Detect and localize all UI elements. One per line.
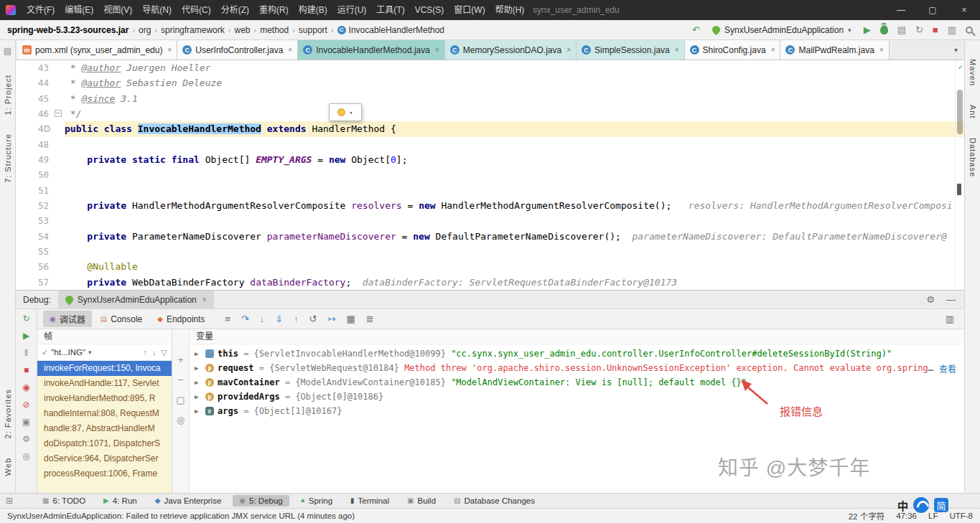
menu-item[interactable]: 工具(T) [371, 0, 409, 20]
variable-row[interactable]: ▶≡args = {Object[1]@10167} [190, 404, 964, 418]
tool-window-button[interactable]: ▤Database Changes [447, 495, 541, 506]
minimize-button[interactable]: — [885, 0, 917, 20]
tool-strip-button[interactable]: Ant [969, 105, 977, 119]
tool-window-button[interactable]: ●Spring [294, 495, 339, 506]
debug-session-tab[interactable]: SynxUserAdminEduApplication × [58, 291, 214, 308]
code-line[interactable]: 50 [16, 167, 964, 182]
line-number[interactable]: 51 [16, 183, 53, 198]
code-line[interactable]: 51 [16, 183, 964, 198]
code-line[interactable]: 48 [16, 137, 964, 152]
profiler-icon[interactable]: ↻ [915, 25, 923, 34]
force-step-into-icon[interactable]: ⇓ [275, 314, 283, 324]
stack-frame[interactable]: processRequest:1006, Frame [37, 466, 172, 481]
close-icon[interactable]: × [167, 46, 172, 54]
rerun-icon[interactable]: ↻ [22, 314, 29, 323]
code-line[interactable]: 44 * @author Sebastien Deleuze [16, 75, 964, 90]
remove-watch-icon[interactable]: − [178, 375, 184, 385]
editor-tab[interactable]: CShiroConfig.java× [685, 40, 781, 60]
editor-tab[interactable]: CMailPwdRealm.java× [780, 40, 889, 60]
tool-windows-layout-icon[interactable]: ▥ [948, 25, 956, 34]
code-line[interactable]: 53 [16, 213, 964, 228]
code-line[interactable]: 47public class InvocableHandlerMethod ex… [16, 121, 964, 136]
menu-item[interactable]: 运行(U) [332, 0, 372, 20]
expand-chevron-icon[interactable]: ▶ [195, 350, 202, 357]
editor-tab[interactable]: CMemorySessionDAO.java× [445, 40, 577, 60]
line-number[interactable]: 53 [16, 213, 53, 228]
breadcrumb-root[interactable]: spring-web-5.3.23-sources.jar [7, 25, 129, 35]
evaluate-expression-icon[interactable]: ▦ [347, 314, 355, 324]
tool-strip-button[interactable]: 1: Project [4, 75, 12, 115]
code-line[interactable]: 54 private ParameterNameDiscoverer param… [16, 229, 964, 244]
stop-icon[interactable]: ■ [933, 25, 938, 34]
previous-frame-icon[interactable]: ↑ [144, 348, 148, 357]
search-everywhere-icon[interactable] [966, 27, 973, 34]
view-breakpoints-icon[interactable]: ◉ [22, 383, 29, 392]
tool-strip-button[interactable]: 2: Favorites [4, 389, 12, 438]
run-icon[interactable]: ▶ [864, 25, 871, 34]
pause-icon[interactable]: ‖ [24, 349, 28, 357]
run-to-cursor-icon[interactable]: ↦ [328, 314, 336, 324]
line-number[interactable]: 55 [16, 244, 53, 259]
line-number[interactable]: 49 [16, 152, 53, 167]
stack-frame[interactable]: doService:964, DispatcherSer [37, 451, 172, 466]
close-icon[interactable]: × [771, 46, 775, 54]
next-frame-icon[interactable]: ↓ [152, 348, 157, 357]
tool-strip-button[interactable]: 7: Structure [4, 133, 12, 183]
editor-tab[interactable]: CInvocableHandlerMethod.java× [298, 40, 445, 60]
stack-frame[interactable]: doDispatch:1071, DispatcherS [37, 436, 172, 451]
menu-item[interactable]: 分析(Z) [216, 0, 254, 20]
menu-item[interactable]: VCS(S) [410, 0, 449, 20]
code-editor[interactable]: 43 * @author Juergen Hoeller44 * @author… [16, 60, 964, 290]
stack-frame[interactable]: handle:87, AbstractHandlerM [37, 421, 172, 436]
close-icon[interactable]: × [288, 46, 292, 54]
menu-item[interactable]: 导航(N) [137, 0, 177, 20]
code-line[interactable]: 57 private WebDataBinderFactory dataBind… [16, 275, 964, 290]
pin-icon[interactable]: ◎ [22, 452, 29, 461]
line-number[interactable]: 54 [16, 229, 53, 244]
maximize-button[interactable]: ▢ [917, 0, 948, 20]
settings-icon[interactable]: ⚙ [926, 295, 935, 304]
line-number[interactable]: 48 [16, 137, 53, 152]
expand-chevron-icon[interactable]: ▶ [195, 379, 202, 386]
expand-chevron-icon[interactable]: ▶ [195, 407, 202, 415]
breadcrumb-item[interactable]: springframework [161, 25, 225, 35]
debug-view-tab[interactable]: ◆Endpoints [151, 311, 211, 327]
editor-tab[interactable]: CSimpleSession.java× [577, 40, 685, 60]
stack-frame[interactable]: handleInternal:808, RequestM [37, 406, 172, 421]
view-link[interactable]: 查看 [939, 362, 959, 374]
line-number[interactable]: 44 [16, 75, 53, 90]
navigate-back-icon[interactable]: ↶ [692, 25, 700, 34]
tool-window-button[interactable]: ◆Java Enterprise [149, 495, 228, 506]
close-icon[interactable]: × [435, 46, 439, 54]
code-line[interactable]: 45 * @since 3.1 [16, 91, 964, 106]
lightbulb-icon[interactable] [337, 108, 345, 116]
close-icon[interactable]: × [879, 46, 884, 54]
menu-item[interactable]: 重构(R) [254, 0, 294, 20]
debug-view-tab[interactable]: ▤Console [94, 311, 149, 327]
menu-item[interactable]: 帮助(H) [490, 0, 530, 20]
encoding-selector[interactable]: UTF-8 [949, 512, 973, 520]
line-number[interactable]: 56 [16, 259, 53, 274]
code-line[interactable]: 49 private static final Object[] EMPTY_A… [16, 152, 964, 167]
step-into-icon[interactable]: ↓ [260, 314, 265, 324]
expand-chevron-icon[interactable]: ▶ [195, 364, 202, 372]
duplicate-watch-icon[interactable]: ▢ [176, 395, 185, 405]
settings-view-icon[interactable]: ≣ [366, 314, 374, 324]
inspections-ok-icon[interactable]: ✓ [958, 62, 963, 72]
editor-tab[interactable]: CUserInfoController.java× [177, 40, 298, 60]
line-number[interactable]: 46 [16, 106, 53, 121]
debug-icon[interactable] [880, 25, 888, 34]
tabs-dropdown-icon[interactable]: ▾ [948, 46, 964, 54]
breadcrumb-item[interactable]: support [299, 25, 327, 35]
add-watch-icon[interactable]: + [178, 355, 184, 364]
restore-layout-icon[interactable]: ▥ [946, 314, 954, 324]
debug-view-tab[interactable]: ◉调试器 [43, 311, 92, 327]
ime-simplified-badge[interactable]: 简 [934, 498, 948, 512]
line-number[interactable]: 52 [16, 198, 53, 213]
tool-strip-button[interactable]: Maven [969, 59, 977, 86]
code-line[interactable]: 46− */ [16, 106, 964, 121]
step-over-icon[interactable]: ↷ [241, 314, 249, 324]
menu-item[interactable]: 窗口(W) [449, 0, 490, 20]
drop-frame-icon[interactable]: ↺ [309, 314, 317, 324]
run-with-coverage-icon[interactable]: ▤ [897, 25, 906, 34]
